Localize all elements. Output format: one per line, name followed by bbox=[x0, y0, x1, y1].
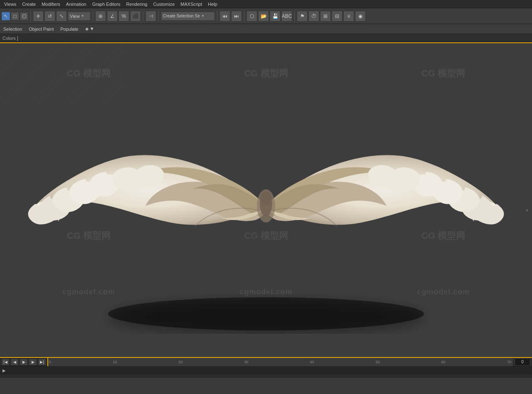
select-tool-btn[interactable]: ↖ bbox=[2, 12, 10, 20]
rotate-btn[interactable]: ↺ bbox=[44, 11, 55, 22]
menu-rendering[interactable]: Rendering bbox=[124, 1, 150, 7]
sep4 bbox=[158, 11, 159, 21]
timeline-track[interactable]: 0 10 20 30 40 50 60 70 bbox=[47, 358, 513, 366]
sep5 bbox=[217, 11, 217, 21]
rect-select-btn[interactable]: □ bbox=[11, 12, 19, 20]
next-frame-btn[interactable]: ▶ bbox=[29, 359, 37, 365]
spinner-snap-btn[interactable]: ⬛ bbox=[130, 11, 141, 22]
right-arrow-indicator: › bbox=[526, 207, 528, 213]
render-setup-btn[interactable]: ⏮ bbox=[219, 11, 230, 22]
schematic-view-btn[interactable]: ⊞ bbox=[320, 11, 331, 22]
prompt-arrow: ▶ bbox=[2, 368, 6, 373]
percent-snap-btn[interactable]: % bbox=[118, 11, 129, 22]
command-prompt: ▶ bbox=[2, 368, 6, 373]
ribbon-selection[interactable]: Selection bbox=[2, 26, 24, 32]
main-toolbar: ↖ □ ⬡ ✛ ↺ ⤡ View ▼ ⊕ ∠ % ⬛ ⊣ Create Sele… bbox=[0, 8, 532, 24]
menu-graph-editors[interactable]: Graph Editors bbox=[90, 1, 123, 7]
menu-modifiers[interactable]: Modifiers bbox=[39, 1, 63, 7]
frame-60: 60 bbox=[441, 360, 446, 364]
named-sel-arrow: ▼ bbox=[201, 14, 204, 18]
svg-point-5 bbox=[260, 191, 272, 216]
menu-views[interactable]: Views bbox=[2, 1, 19, 7]
view-label: View bbox=[70, 14, 80, 19]
set-key-btn[interactable]: ⚑ bbox=[297, 11, 308, 22]
ribbon-btn[interactable]: ◉ bbox=[355, 11, 366, 22]
named-selection-label: Create Selection Se bbox=[163, 14, 200, 18]
mirror-btn[interactable]: ⊣ bbox=[145, 11, 156, 22]
angle-snap-btn[interactable]: ∠ bbox=[107, 11, 118, 22]
timeline-controls: |◀ ◀ ▶ ▶ ▶| 0 10 20 30 40 50 60 70 bbox=[0, 358, 532, 366]
sep6 bbox=[244, 11, 244, 21]
text-tool-btn[interactable]: ABC bbox=[281, 11, 292, 22]
auto-key-btn[interactable]: ⏱ bbox=[308, 11, 319, 22]
frame-10: 10 bbox=[113, 360, 117, 364]
view-dropdown-arrow: ▼ bbox=[81, 14, 84, 18]
status-bar-top: Colors ] bbox=[0, 34, 532, 42]
open-scene-btn[interactable]: 📂 bbox=[258, 11, 269, 22]
status-line: ▶ bbox=[0, 366, 532, 374]
frame-70: 70 bbox=[507, 360, 511, 364]
menu-bar: Views Create Modifiers Animation Graph E… bbox=[0, 0, 532, 8]
current-frame-indicator bbox=[47, 358, 48, 366]
timeline-numbers: 0 10 20 30 40 50 60 70 bbox=[47, 360, 513, 364]
status-colors-text: Colors ] bbox=[2, 36, 18, 41]
go-to-end-btn[interactable]: ▶| bbox=[38, 359, 46, 365]
menu-customize[interactable]: Customize bbox=[150, 1, 177, 7]
ribbon-populate[interactable]: Populate bbox=[59, 26, 80, 32]
scale-btn[interactable]: ⤡ bbox=[56, 11, 67, 22]
named-selection-dropdown[interactable]: Create Selection Se ▼ bbox=[161, 12, 215, 21]
right-wing bbox=[266, 155, 504, 226]
frame-20: 20 bbox=[178, 360, 182, 364]
menu-create[interactable]: Create bbox=[20, 1, 38, 7]
ribbon-selection-label: Selection bbox=[3, 27, 22, 32]
wing-display bbox=[0, 42, 532, 378]
frame-0: 0 bbox=[49, 360, 51, 364]
svg-point-3 bbox=[108, 297, 424, 330]
ribbon-extra-label: ◈ ▼ bbox=[85, 26, 94, 32]
sep3 bbox=[143, 11, 143, 21]
frame-40: 40 bbox=[310, 360, 314, 364]
ribbon-extra-dropdown[interactable]: ◈ ▼ bbox=[84, 26, 96, 32]
snap-toggle-btn[interactable]: ⊕ bbox=[95, 11, 106, 22]
play-btn[interactable]: ▶ bbox=[20, 359, 27, 365]
left-wing bbox=[28, 155, 266, 226]
prev-frame-btn[interactable]: ◀ bbox=[11, 359, 18, 365]
status-line-content: ▶ bbox=[2, 368, 530, 373]
frame-30: 30 bbox=[244, 360, 248, 364]
sep1 bbox=[30, 11, 31, 21]
sep7 bbox=[294, 11, 295, 21]
view-dropdown[interactable]: View ▼ bbox=[68, 12, 91, 21]
wings-svg bbox=[17, 81, 515, 339]
material-editor-btn[interactable]: ⬡ bbox=[246, 11, 257, 22]
save-scene-btn[interactable]: 💾 bbox=[270, 11, 281, 22]
menu-maxscript[interactable]: MAXScript bbox=[178, 1, 204, 7]
layer-manager-btn[interactable]: ≡ bbox=[343, 11, 354, 22]
circle-select-btn[interactable]: ⬡ bbox=[20, 12, 28, 20]
menu-animation[interactable]: Animation bbox=[64, 1, 89, 7]
bottom-bar: |◀ ◀ ▶ ▶ ▶| 0 10 20 30 40 50 60 70 bbox=[0, 357, 532, 378]
ribbon-object-paint-label: Object Paint bbox=[29, 27, 54, 32]
viewport[interactable]: CG 模型网 CG 模型网 CG 模型网 cgmodel.com cgmodel… bbox=[0, 42, 532, 378]
ribbon-populate-label: Populate bbox=[60, 27, 78, 32]
menu-help[interactable]: Help bbox=[205, 1, 220, 7]
frame-50: 50 bbox=[376, 360, 380, 364]
move-btn[interactable]: ✛ bbox=[33, 11, 44, 22]
ribbon-toolbar: Selection Object Paint Populate ◈ ▼ bbox=[0, 24, 532, 34]
go-to-start-btn[interactable]: |◀ bbox=[2, 359, 9, 365]
scene-states-btn[interactable]: ⊟ bbox=[332, 11, 342, 22]
render-production-btn[interactable]: ⏭ bbox=[231, 11, 242, 22]
ribbon-object-paint[interactable]: Object Paint bbox=[27, 26, 55, 32]
frame-value: 0 bbox=[521, 360, 524, 364]
frame-counter[interactable]: 0 bbox=[515, 358, 530, 366]
sep2 bbox=[93, 11, 93, 21]
